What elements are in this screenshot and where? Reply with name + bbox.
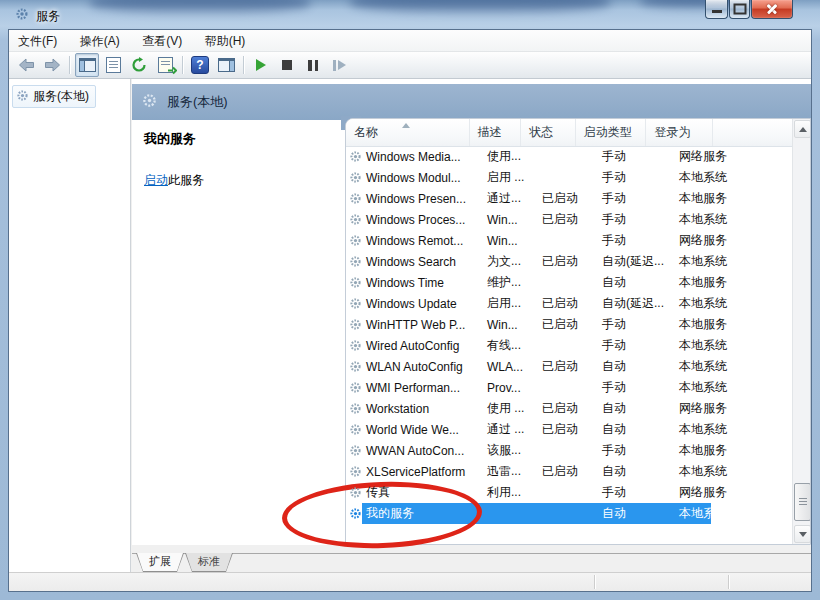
service-gear-icon	[349, 339, 362, 352]
cell-startup-type: 手动	[594, 148, 672, 165]
cell-startup-type: 手动	[594, 316, 672, 333]
vertical-scrollbar[interactable]	[792, 119, 810, 544]
cell-description: 使用 ...	[479, 400, 535, 417]
service-name: Windows Time	[366, 276, 444, 290]
column-header-name[interactable]: 名称	[346, 119, 470, 146]
table-row[interactable]: WinHTTP Web P... Win... 已启动 手动 本地服务	[346, 314, 793, 335]
tree-item-label: 服务(本地)	[33, 88, 89, 105]
back-button[interactable]	[14, 53, 38, 77]
cell-logon-as: 本地服务	[672, 316, 744, 333]
maximize-button[interactable]	[729, 0, 750, 19]
service-name: XLServicePlatform	[366, 465, 465, 479]
cell-name: Windows Modul...	[346, 171, 479, 185]
cell-description: 启用 ...	[479, 169, 535, 186]
cell-startup-type: 手动	[594, 484, 672, 501]
cell-description: Win...	[479, 234, 535, 248]
cell-description: 通过...	[479, 190, 535, 207]
menu-file[interactable]: 文件(F)	[9, 30, 66, 52]
title-bar[interactable]: 服务	[0, 0, 820, 29]
start-service-button[interactable]	[249, 53, 273, 77]
cell-status: 已启动	[535, 400, 594, 417]
table-row[interactable]: Windows Modul... 启用 ... 手动 本地系统	[346, 167, 793, 188]
cell-description: Win...	[479, 213, 535, 227]
help-button[interactable]: ?	[188, 53, 212, 77]
table-row[interactable]: Windows Proces... Win... 已启动 手动 本地系统	[346, 209, 793, 230]
show-action-pane-button[interactable]	[214, 53, 238, 77]
service-name: Windows Proces...	[366, 213, 465, 227]
column-header-description[interactable]: 描述	[470, 119, 521, 146]
panel-header-gear-icon	[142, 93, 157, 112]
restart-icon	[333, 60, 346, 71]
cell-logon-as: 本地系统	[672, 358, 744, 375]
cell-startup-type: 手动	[594, 442, 672, 459]
tab-standard[interactable]: 标准	[185, 553, 233, 572]
tab-extended[interactable]: 扩展	[136, 553, 184, 572]
show-console-tree-button[interactable]	[75, 53, 99, 77]
table-row[interactable]: WWAN AutoCon... 该服... 手动 本地服务	[346, 440, 793, 461]
help-icon: ?	[191, 56, 209, 74]
forward-button[interactable]	[40, 53, 64, 77]
column-header-logon-as[interactable]: 登录为	[646, 119, 712, 146]
table-row[interactable]: 我的服务 自动 本地系统	[346, 503, 793, 524]
cell-name: 我的服务	[346, 505, 479, 522]
service-name: WMI Performan...	[366, 381, 460, 395]
table-row[interactable]: Windows Remot... Win... 手动 网络服务	[346, 230, 793, 251]
cell-logon-as: 本地系统	[672, 505, 744, 522]
cell-name: Windows Media...	[346, 150, 479, 164]
table-row[interactable]: Windows Time 维护... 自动 本地服务	[346, 272, 793, 293]
table-row[interactable]: Windows Update 启用... 已启动 自动(延迟... 本地系统	[346, 293, 793, 314]
column-header-filler	[713, 119, 793, 146]
refresh-button[interactable]	[127, 53, 151, 77]
cell-description: 维护...	[479, 274, 535, 291]
stop-service-button[interactable]	[275, 53, 299, 77]
cell-logon-as: 本地系统	[672, 169, 744, 186]
service-name: WWAN AutoCon...	[366, 444, 464, 458]
console-tree-panel: 服务(本地)	[9, 79, 131, 572]
table-row[interactable]: Workstation 使用 ... 已启动 自动 网络服务	[346, 398, 793, 419]
menu-help[interactable]: 帮助(H)	[196, 30, 255, 52]
window-title: 服务	[36, 8, 60, 25]
menu-action[interactable]: 操作(A)	[71, 30, 129, 52]
menu-view[interactable]: 查看(V)	[133, 30, 191, 52]
service-name: Wired AutoConfig	[366, 339, 459, 353]
tree-item-services-local[interactable]: 服务(本地)	[12, 85, 96, 108]
minimize-button[interactable]	[705, 0, 728, 19]
table-row[interactable]: Wired AutoConfig 有线... 手动 本地系统	[346, 335, 793, 356]
cell-status: 已启动	[535, 316, 594, 333]
column-header-startup-type[interactable]: 启动类型	[576, 119, 647, 146]
service-name: Windows Remot...	[366, 234, 463, 248]
column-header-status[interactable]: 状态	[521, 119, 576, 146]
table-row[interactable]: Windows Presen... 通过... 已启动 手动 本地服务	[346, 188, 793, 209]
cell-description: 该服...	[479, 442, 535, 459]
table-row[interactable]: XLServicePlatform 迅雷... 已启动 自动 本地系统	[346, 461, 793, 482]
cell-logon-as: 本地系统	[672, 379, 744, 396]
service-gear-icon	[349, 213, 362, 226]
console-tree-icon	[79, 58, 96, 72]
service-gear-icon	[349, 360, 362, 373]
start-service-link[interactable]: 启动	[144, 173, 168, 187]
services-list: 名称 描述 状态 启动类型 登录为 Windows Media... 使用...…	[345, 118, 811, 545]
properties-button[interactable]	[101, 53, 125, 77]
table-row[interactable]: WLAN AutoConfig WLA... 已启动 自动 本地系统	[346, 356, 793, 377]
pause-service-button[interactable]	[301, 53, 325, 77]
table-row[interactable]: 传真 利用... 手动 网络服务	[346, 482, 793, 503]
table-row[interactable]: Windows Search 为文... 已启动 自动(延迟... 本地系统	[346, 251, 793, 272]
close-button[interactable]	[751, 0, 793, 19]
table-row[interactable]: Windows Media... 使用... 手动 网络服务	[346, 146, 793, 167]
cell-description: Prov...	[479, 381, 535, 395]
scroll-up-button[interactable]	[794, 120, 811, 138]
status-bar-separator	[728, 575, 729, 589]
restart-service-button[interactable]	[327, 53, 351, 77]
table-row[interactable]: World Wide We... 通过 ... 已启动 自动 本地系统	[346, 419, 793, 440]
cell-description: 启用...	[479, 295, 535, 312]
service-gear-icon	[349, 234, 362, 247]
cell-name: Workstation	[346, 402, 479, 416]
cell-status: 已启动	[535, 190, 594, 207]
cell-description: 使用...	[479, 148, 535, 165]
scroll-down-button[interactable]	[794, 525, 811, 543]
task-pane-action: 启动此服务	[144, 172, 204, 189]
table-row[interactable]: WMI Performan... Prov... 手动 本地系统	[346, 377, 793, 398]
export-list-button[interactable]	[153, 53, 177, 77]
scrollbar-thumb[interactable]	[794, 483, 811, 521]
status-bar-separator	[594, 575, 595, 589]
